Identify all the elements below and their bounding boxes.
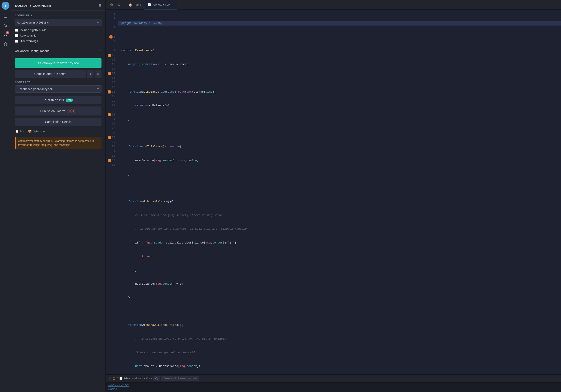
abi-link[interactable]: 📋 ABI [15, 129, 24, 133]
code-line-25: // has to be change before the call [118, 351, 561, 355]
line-num-15: 15 [106, 76, 118, 81]
include-nightly-label: Include nightly builds [20, 28, 46, 32]
line-num-30: 30 [106, 144, 118, 149]
compile-run-copy-icon[interactable]: ⧉ [95, 70, 101, 78]
sidebar-panel: SOLIDITY COMPILER ☰ COMPILER + 0.4.26+co… [11, 0, 106, 392]
svg-point-1 [4, 24, 7, 27]
contract-select[interactable]: Reentrance (reentrancy.sol) [15, 85, 101, 93]
auto-compile-label: Auto compile [20, 34, 36, 37]
tab-home[interactable]: 🏠 Home [125, 0, 144, 10]
include-nightly-row[interactable]: Include nightly builds [15, 28, 101, 32]
publish-ipfs-button[interactable]: Publish on Ipfs IPFS [15, 96, 101, 104]
line-num-27: 27 [106, 131, 118, 135]
footer-links: web3 version 1.5.2 ethers.js [106, 382, 561, 392]
code-line-12: } [118, 172, 561, 177]
line-num-24: 24 [106, 117, 118, 122]
line-num-32: 32 [106, 154, 118, 158]
code-line-18: throw; [118, 254, 561, 259]
code-line-2 [118, 35, 561, 39]
compilation-details-button[interactable]: Compilation Details [15, 118, 101, 126]
advanced-config-row[interactable]: Advanced Configurations › [11, 46, 106, 56]
ethers-link[interactable]: ethers.js [108, 387, 558, 391]
include-nightly-checkbox[interactable] [15, 29, 18, 32]
line-num-14: ! 14 [106, 71, 118, 76]
line-num-17: 17 [106, 85, 118, 90]
compiler-section: COMPILER + 0.4.26+commit.4563c3fc ▼ Incl… [11, 10, 106, 46]
auto-compile-row[interactable]: Auto compile [15, 34, 101, 37]
app-logo [1, 2, 10, 10]
compile-button[interactable]: ↻ Compile reentrancy.sol [15, 58, 101, 68]
swarm-icon: ⬡⬡⬡ [67, 109, 76, 113]
code-line-22 [118, 309, 561, 314]
auto-compile-checkbox[interactable] [15, 34, 18, 37]
line-num-7: 7 [106, 39, 118, 44]
line-num-31: 31 [106, 149, 118, 154]
sidebar-header: SOLIDITY COMPILER ☰ [11, 0, 106, 10]
svg-line-10 [120, 6, 121, 6]
line-num-2: 2 [106, 17, 118, 21]
code-line-8: } [118, 117, 561, 122]
compile-run-row: Compile and Run script ℹ ⧉ [15, 70, 101, 78]
status-bar: ⤢ ⊘ 0 listen on all transactions [106, 374, 561, 382]
warning-dot-18: ! [108, 90, 111, 93]
line-num-6: ! 6 [106, 35, 118, 39]
compiler-version-select[interactable]: 0.4.26+commit.4563c3fc [15, 19, 101, 26]
compiler-version-wrapper: 0.4.26+commit.4563c3fc ▼ [15, 19, 101, 26]
publish-swarm-button[interactable]: Publish on Swarm ⬡⬡⬡ [15, 106, 101, 115]
tx-search-input[interactable] [161, 376, 199, 381]
code-line-21: } [118, 295, 561, 300]
abi-label: ABI [20, 130, 24, 133]
code-editor[interactable]: pragma solidity ^0.4.15; contract Reentr… [118, 10, 561, 374]
sidebar-item-deploy[interactable] [1, 40, 10, 48]
warning-box: contracts/reentrancy.sol:18:13: Warning:… [15, 137, 101, 149]
line-num-16: 16 [106, 81, 118, 85]
hide-warnings-checkbox[interactable] [15, 40, 18, 43]
code-line-7: return userBalance[u]; [118, 103, 561, 108]
status-left: ⤢ ⊘ 0 listen on all transactions [108, 376, 199, 381]
publish-swarm-label: Publish on Swarm [40, 109, 65, 113]
sidebar-menu-icon[interactable]: ☰ [98, 3, 101, 8]
hide-warnings-label: Hide warnings [20, 39, 38, 43]
advanced-config-label: Advanced Configurations [15, 49, 49, 53]
sidebar-item-search[interactable] [1, 21, 10, 30]
line-num-3: 3 [106, 21, 118, 26]
line-num-33: ! 33 [106, 158, 118, 163]
warning-dot-10: ! [108, 54, 111, 57]
zoom-in-btn[interactable] [116, 1, 122, 8]
top-search-icons [106, 0, 125, 10]
hide-warnings-row[interactable]: Hide warnings [15, 39, 101, 43]
abi-icon: 📋 [15, 129, 19, 133]
ipfs-badge: IPFS [66, 99, 73, 102]
code-line-1: pragma solidity ^0.4.15; [118, 21, 561, 26]
tab-reentrancy-close[interactable]: × [172, 3, 174, 6]
tab-reentrancy-icon: 📄 [148, 3, 151, 6]
bytecode-link[interactable]: 📦 Bytecode [28, 129, 45, 133]
main-content: 🏠 Home 📄 reentrancy.sol × 1 2 3 4 5 ! 6 … [106, 0, 561, 392]
code-line-3: contract Reentrance { [118, 48, 561, 53]
compile-button-label: Compile reentrancy.sol [43, 61, 79, 65]
code-line-13 [118, 186, 561, 190]
editor-bottom: ⤢ ⊘ 0 listen on all transactions web3 ve… [106, 374, 561, 392]
line-num-29: 29 [106, 140, 118, 144]
compile-run-button[interactable]: Compile and Run script [15, 70, 86, 78]
web3-link[interactable]: web3 version 1.5.2 [108, 383, 558, 387]
code-line-19: } [118, 268, 561, 273]
compiler-add-icon[interactable]: + [31, 14, 32, 17]
publish-ipfs-label: Publish on Ipfs [44, 98, 64, 102]
search-btn[interactable] [153, 376, 160, 381]
stop-icon[interactable]: ⊘ [112, 376, 115, 381]
code-line-9 [118, 131, 561, 135]
expand-icon[interactable]: ⤢ [108, 376, 111, 381]
listen-checkbox[interactable] [119, 377, 122, 380]
zoom-out-btn[interactable] [108, 1, 115, 8]
sidebar-item-files[interactable] [1, 12, 10, 20]
sidebar-item-compiler[interactable]: 7 [1, 31, 10, 39]
line-numbers: 1 2 3 4 5 ! 6 7 8 9 ! 10 11 12 13 ! 14 1… [106, 10, 118, 374]
svg-marker-3 [4, 42, 7, 46]
code-line-23: function withdrawBalance_fixed(){ [118, 323, 561, 328]
compile-run-info-icon[interactable]: ℹ [87, 70, 94, 78]
line-num-18: ! 18 [106, 90, 118, 94]
tab-reentrancy[interactable]: 📄 reentrancy.sol × [144, 0, 177, 10]
compilation-details-label: Compilation Details [45, 120, 72, 124]
code-line-24: // to protect against re-entrancy, the s… [118, 337, 561, 341]
